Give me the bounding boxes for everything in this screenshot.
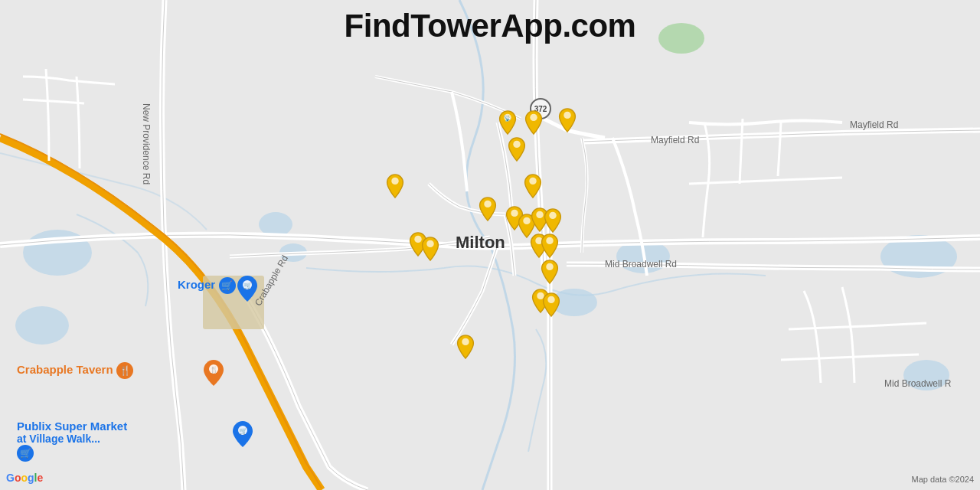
publix-name-line1: Publix Super Market bbox=[17, 420, 127, 433]
svg-text:🍴: 🍴 bbox=[210, 365, 219, 374]
tower-marker-t1[interactable]: 📡 bbox=[497, 109, 518, 136]
tower-marker-t15[interactable] bbox=[539, 233, 560, 259]
svg-point-16 bbox=[391, 178, 398, 185]
crabapple-pin: 🍴 bbox=[202, 358, 225, 387]
map-container: FindTowerApp.com 372 New Providence Rd C… bbox=[0, 0, 980, 490]
place-label-crabapple-tavern[interactable]: Crabapple Tavern 🍴 bbox=[17, 362, 133, 379]
tower-marker-t3[interactable] bbox=[557, 107, 578, 133]
svg-point-15 bbox=[513, 141, 520, 148]
svg-point-17 bbox=[529, 178, 536, 185]
tower-marker-t9[interactable] bbox=[420, 236, 441, 262]
svg-point-18 bbox=[484, 201, 491, 207]
tower-marker-t7[interactable] bbox=[477, 196, 498, 222]
svg-point-14 bbox=[564, 112, 570, 119]
tower-marker-t13[interactable] bbox=[542, 207, 564, 234]
publix-cart-icon: 🛒 bbox=[17, 445, 34, 462]
svg-text:📡: 📡 bbox=[505, 115, 512, 122]
svg-point-20 bbox=[426, 240, 433, 247]
publix-name-line2: at Village Walk... bbox=[17, 433, 127, 445]
tower-marker-t2[interactable] bbox=[523, 109, 544, 136]
google-logo: Google bbox=[6, 472, 43, 484]
svg-text:🛒: 🛒 bbox=[243, 281, 253, 290]
svg-point-29 bbox=[547, 296, 554, 303]
svg-point-26 bbox=[546, 237, 553, 244]
svg-point-30 bbox=[462, 338, 469, 345]
kroger-cart-icon: 🛒 bbox=[219, 277, 236, 294]
svg-text:🛒: 🛒 bbox=[239, 426, 248, 436]
tower-marker-t5[interactable] bbox=[384, 173, 406, 199]
place-label-kroger[interactable]: Kroger 🛒 bbox=[178, 277, 236, 294]
tower-marker-t18[interactable] bbox=[541, 292, 562, 318]
svg-point-27 bbox=[546, 263, 553, 270]
kroger-pin: 🛒 bbox=[236, 274, 259, 303]
site-title: FindTowerApp.com bbox=[345, 8, 636, 44]
svg-point-2 bbox=[15, 306, 69, 345]
tower-marker-t6[interactable] bbox=[522, 173, 544, 199]
publix-pin: 🛒 bbox=[231, 420, 254, 449]
tower-marker-t19[interactable] bbox=[455, 334, 476, 360]
tower-marker-t16[interactable] bbox=[539, 259, 560, 285]
city-label-milton: Milton bbox=[456, 233, 505, 253]
svg-point-13 bbox=[530, 114, 537, 121]
tower-marker-t4[interactable] bbox=[506, 136, 528, 162]
svg-point-9 bbox=[658, 23, 704, 54]
map-attribution: Map data ©2024 bbox=[912, 475, 975, 484]
place-label-publix[interactable]: Publix Super Market at Village Walk... 🛒 bbox=[17, 420, 127, 462]
svg-point-24 bbox=[549, 212, 556, 219]
crabapple-fork-icon: 🍴 bbox=[116, 362, 133, 379]
